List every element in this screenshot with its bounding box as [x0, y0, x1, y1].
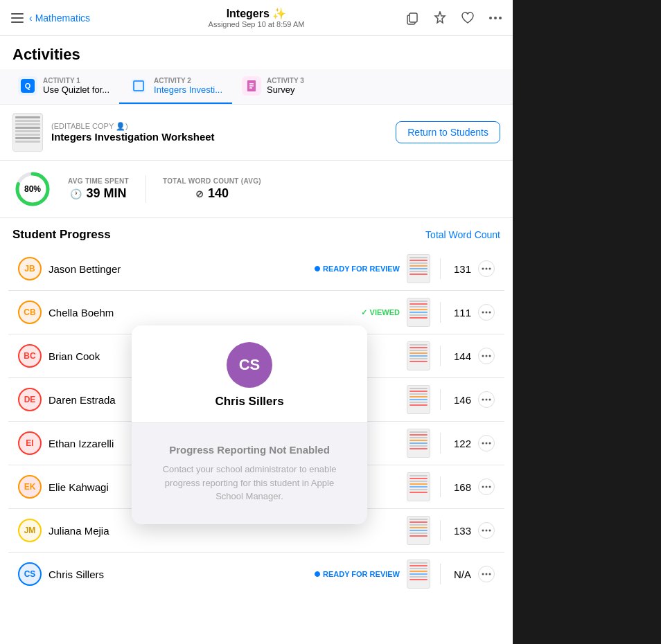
doc-thumbnail: [407, 516, 430, 545]
word-count-num: N/A: [450, 569, 471, 580]
activities-header: Activities: [0, 36, 513, 69]
word-count-num: 122: [450, 438, 471, 449]
svg-point-30: [489, 399, 491, 401]
separator: [440, 564, 441, 584]
svg-point-25: [482, 355, 484, 357]
svg-point-21: [489, 268, 491, 270]
sidebar-toggle[interactable]: [10, 10, 25, 26]
student-name: Juliana Mejia: [49, 525, 400, 537]
word-count-num: 144: [450, 350, 471, 362]
tab-activity1[interactable]: Q ACTIVITY 1 Use Quizlet for...: [8, 69, 119, 104]
return-to-students-button[interactable]: Return to Students: [396, 121, 500, 143]
word-count-link[interactable]: Total Word Count: [425, 229, 500, 240]
svg-point-33: [489, 442, 491, 445]
svg-point-29: [486, 399, 488, 401]
student-name: Jason Bettinger: [49, 263, 308, 275]
word-count-value: 140: [208, 186, 229, 201]
page-subtitle: Assigned Sep 10 at 8:59 AM: [209, 20, 305, 28]
svg-point-36: [489, 486, 491, 488]
more-options-button[interactable]: [478, 435, 495, 451]
svg-rect-0: [11, 13, 24, 15]
doc-thumbnail: [407, 298, 430, 327]
popup-card: CS Chris Sillers Progress Reporting Not …: [132, 325, 367, 524]
page-title: Integers ✨: [209, 7, 305, 20]
student-name: Chris Sillers: [49, 569, 308, 580]
back-button[interactable]: ‹ Mathematics: [29, 12, 90, 24]
heart-icon[interactable]: [460, 10, 475, 26]
status-badge: ✓ VIEWED: [361, 308, 400, 317]
student-name: Chella Boehm: [49, 307, 354, 319]
student-row[interactable]: CS Chris Sillers READY FOR REVIEW N/A: [8, 553, 504, 596]
svg-point-40: [482, 573, 484, 575]
avatar: EI: [18, 431, 42, 455]
svg-point-37: [482, 530, 484, 532]
svg-rect-2: [11, 21, 24, 23]
popup-body: Progress Reporting Not Enabled Contact y…: [132, 423, 367, 524]
stats-divider: [146, 175, 146, 203]
word-count-num: 133: [450, 525, 471, 537]
tab-activity2[interactable]: ACTIVITY 2 Integers Investi...: [119, 69, 232, 104]
more-options-button[interactable]: [478, 391, 495, 408]
editable-label: (EDITABLE COPY 👤): [51, 122, 387, 131]
svg-point-20: [486, 268, 488, 270]
popup-header: CS Chris Sillers: [132, 325, 367, 423]
doc-thumbnail: [407, 254, 430, 283]
popup-notice-title: Progress Reporting Not Enabled: [151, 444, 348, 456]
doc-thumbnail: [407, 341, 430, 370]
progress-pct-label: 80%: [24, 184, 41, 194]
svg-point-19: [482, 268, 484, 270]
avg-time-value: 39 MIN: [86, 186, 126, 201]
svg-point-32: [486, 442, 488, 445]
svg-point-7: [499, 17, 502, 19]
popup-name: Chris Sillers: [215, 395, 283, 409]
tab2-label: ACTIVITY 2: [154, 77, 222, 84]
svg-point-35: [486, 486, 488, 488]
stats-row: 80% AVG TIME SPENT 🕐 39 MIN TOTAL WORD C…: [0, 161, 513, 218]
svg-point-22: [482, 312, 484, 314]
avg-time-stat: AVG TIME SPENT 🕐 39 MIN: [68, 177, 129, 201]
avatar: CS: [18, 562, 42, 586]
word-count-num: 168: [450, 481, 471, 493]
more-options-button[interactable]: [478, 566, 495, 582]
student-row[interactable]: JB Jason Bettinger READY FOR REVIEW 131: [8, 247, 504, 291]
progress-title: Student Progress: [12, 228, 111, 242]
svg-rect-4: [409, 13, 417, 22]
more-options-button[interactable]: [478, 522, 495, 539]
tab1-label: ACTIVITY 1: [43, 77, 109, 84]
word-count-num: 131: [450, 263, 471, 275]
more-icon[interactable]: [488, 10, 503, 26]
tab3-name: Survey: [267, 84, 304, 95]
separator: [440, 302, 441, 323]
tab-activity3[interactable]: ACTIVITY 3 Survey: [232, 69, 315, 104]
tab3-label: ACTIVITY 3: [267, 77, 304, 84]
worksheet-thumbnail: [12, 113, 43, 152]
svg-point-38: [486, 530, 488, 532]
avg-time-label: AVG TIME SPENT: [68, 177, 129, 185]
avatar: JM: [18, 519, 42, 542]
more-options-button[interactable]: [478, 478, 495, 495]
popup-notice-text: Contact your school administrator to ena…: [151, 463, 348, 503]
svg-point-41: [486, 573, 488, 575]
word-count-num: 146: [450, 394, 471, 406]
back-label: Mathematics: [35, 12, 90, 24]
word-count-label: TOTAL WORD COUNT (AVG): [163, 177, 261, 185]
svg-point-31: [482, 442, 484, 445]
worksheet-name: Integers Investigation Worksheet: [51, 131, 387, 143]
svg-point-24: [489, 312, 491, 314]
svg-point-27: [489, 355, 491, 357]
top-bar: ‹ Mathematics Integers ✨ Assigned Sep 10…: [0, 0, 513, 36]
svg-point-26: [486, 355, 488, 357]
more-options-button[interactable]: [478, 260, 495, 277]
word-count-stat: TOTAL WORD COUNT (AVG) ⊘ 140: [163, 177, 261, 201]
pin-icon[interactable]: [432, 10, 448, 26]
avatar: EK: [18, 475, 42, 499]
tab2-icon: [129, 76, 148, 96]
svg-point-39: [489, 530, 491, 532]
more-options-button[interactable]: [478, 348, 495, 364]
svg-point-6: [494, 17, 497, 19]
more-options-button[interactable]: [478, 304, 495, 321]
tab1-icon: Q: [18, 76, 37, 96]
worksheet-row: (EDITABLE COPY 👤) Integers Investigation…: [0, 105, 513, 161]
svg-text:Q: Q: [25, 82, 31, 90]
copy-icon[interactable]: [405, 10, 420, 26]
